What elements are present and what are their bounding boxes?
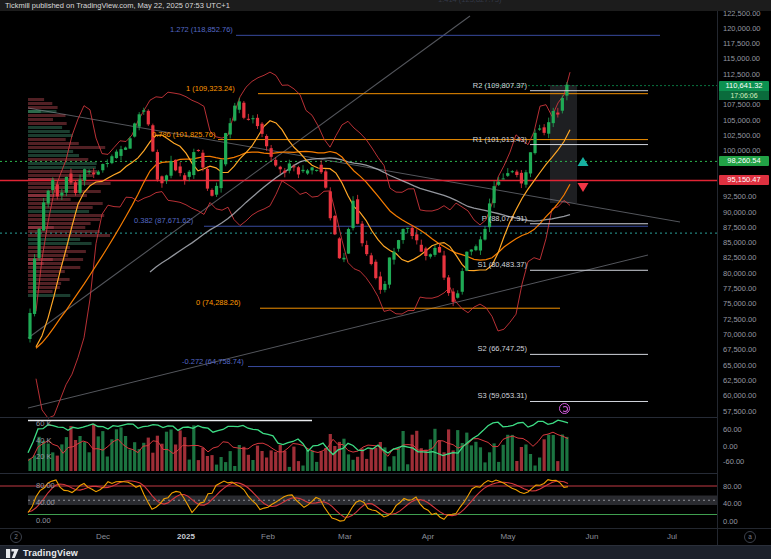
- emoji-drawing-marker[interactable]: [559, 403, 570, 414]
- fib-label[interactable]: 1.414 (123,827.73): [438, 0, 501, 4]
- trend-line[interactable]: [28, 255, 648, 408]
- pivot-label[interactable]: P (88,077.31): [457, 214, 527, 223]
- price-tick: 80,000.00: [723, 269, 756, 278]
- volume-profile: [28, 98, 111, 297]
- fib-label[interactable]: 0 (74,288.26): [196, 298, 241, 307]
- chart-canvas[interactable]: [0, 11, 771, 545]
- pivot-label[interactable]: S2 (66,747.25): [457, 344, 527, 353]
- price-tick: 72,500.00: [723, 315, 756, 324]
- footer-bar: TradingView: [0, 545, 771, 559]
- time-tick-may: May: [500, 532, 515, 541]
- price-tick: 70,000.00: [723, 330, 756, 339]
- price-tick: 65,000.00: [723, 361, 756, 370]
- pivot-label[interactable]: R1 (101,013.43): [457, 135, 527, 144]
- panel-axis-label: 60.00: [723, 425, 742, 434]
- panel-scale-label: 20 K: [36, 452, 51, 461]
- price-tick: 100,000.00: [723, 146, 761, 155]
- panel-scale-label: 60 K: [36, 419, 51, 428]
- price-tick: 92,500.00: [723, 192, 756, 201]
- fib-label[interactable]: 1.272 (118,852.76): [170, 25, 233, 34]
- panel-axis-label: 40.00: [723, 499, 742, 508]
- time-tick-jun: Jun: [586, 532, 599, 541]
- panel-axis-label: 0.00: [723, 517, 738, 526]
- price-tick: 67,500.00: [723, 345, 756, 354]
- price-tick: 85,000.00: [723, 238, 756, 247]
- pivot-label[interactable]: R2 (109,807.37): [457, 81, 527, 90]
- tradingview-published-chart: Tickmill published on TradingView.com, M…: [0, 0, 771, 559]
- volume-bars: [28, 424, 568, 471]
- upper-level-badge: 98,260.54: [719, 156, 769, 166]
- layout-count-icon[interactable]: 2: [10, 531, 22, 543]
- price-tick: 75,000.00: [723, 299, 756, 308]
- price-tick: 112,500.00: [723, 70, 760, 79]
- fib-label[interactable]: 0.382 (87,671.62): [134, 216, 193, 225]
- tradingview-logo-icon[interactable]: [6, 544, 19, 559]
- last-price-badge: 110,641.3217:06:06: [719, 81, 769, 100]
- time-tick-apr: Apr: [422, 532, 434, 541]
- fib-lines: [204, 11, 660, 367]
- price-tick: 115,000.00: [723, 54, 760, 63]
- price-axis[interactable]: 122,500.00120,000.00117,500.00115,000.00…: [717, 11, 771, 528]
- price-tick: 87,500.00: [723, 223, 756, 232]
- volume-panel-lines: [28, 420, 568, 460]
- time-tick-dec: Dec: [96, 532, 110, 541]
- pivot-label[interactable]: S1 (80,483.37): [457, 260, 527, 269]
- price-tick: 77,500.00: [723, 284, 756, 293]
- price-tick: 82,500.00: [723, 253, 756, 262]
- panel-axis-label: 80.00: [723, 482, 742, 491]
- fib-label[interactable]: -0.272 (64,758.74): [182, 357, 244, 366]
- down-arrow[interactable]: [578, 183, 589, 192]
- trend-line[interactable]: [28, 16, 470, 338]
- panel-scale-label: 0.00: [36, 516, 51, 525]
- time-tick-2025: 2025: [177, 532, 195, 541]
- time-tick-jul: Jul: [667, 532, 677, 541]
- panel-scale-label: 40 K: [36, 436, 51, 445]
- publish-note: Tickmill published on TradingView.com, M…: [0, 0, 771, 11]
- pivot-label[interactable]: S3 (59,053.31): [457, 391, 527, 400]
- pivot-lines: [530, 91, 648, 402]
- time-axis[interactable]: Dec2025FebMarAprMayJunJul: [0, 528, 718, 546]
- lower-level-badge: 95,150.47: [719, 175, 769, 185]
- candles: [28, 82, 568, 343]
- price-tick: 62,500.00: [723, 376, 756, 385]
- countdown-timer: 17:06:06: [719, 91, 769, 100]
- panel-axis-label: 0.00: [723, 442, 738, 451]
- time-tick-feb: Feb: [261, 532, 275, 541]
- price-tick: 105,000.00: [723, 116, 761, 125]
- fib-label[interactable]: 1 (109,323.24): [186, 84, 235, 93]
- price-tick: 90,000.00: [723, 208, 756, 217]
- panel-scale-label: 80.00: [36, 481, 55, 490]
- price-tick: 102,500.00: [723, 131, 761, 140]
- price-tick: 60,000.00: [723, 391, 756, 400]
- price-tick: 57,500.00: [723, 407, 756, 416]
- signal-arrows: [578, 157, 589, 192]
- price-tick: 117,500.00: [723, 39, 760, 48]
- stoch-panel: [0, 480, 718, 521]
- price-tick: 122,500.00: [723, 9, 761, 18]
- price-tick: 107,500.00: [723, 100, 761, 109]
- brand-label[interactable]: TradingView: [23, 548, 78, 558]
- price-scale-mode-icon[interactable]: a: [744, 531, 756, 543]
- fib-label[interactable]: 0.786 (101,825.76): [152, 130, 215, 139]
- price-tick: 120,000.00: [723, 24, 761, 33]
- time-tick-mar: Mar: [338, 532, 352, 541]
- panel-scale-label: 40.00: [36, 498, 55, 507]
- panel-axis-label: -60.00: [723, 457, 744, 466]
